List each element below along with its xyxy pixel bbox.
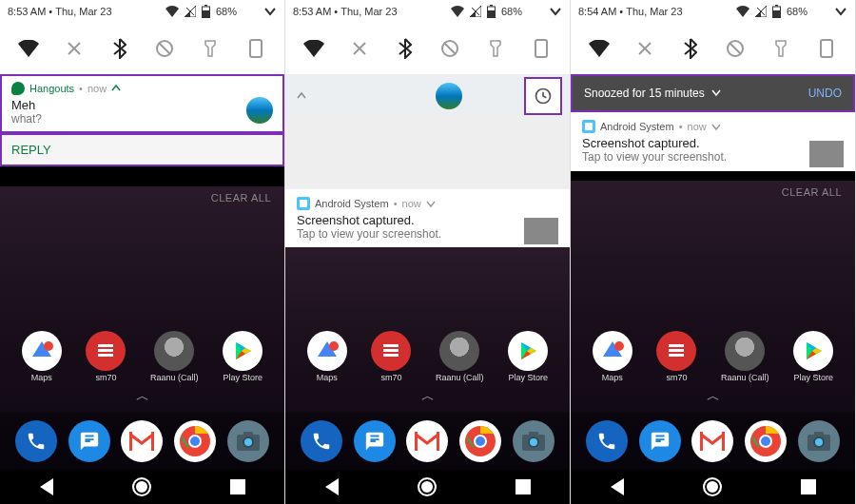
qs-dnd-icon[interactable] <box>154 38 175 59</box>
qs-rotate-icon[interactable] <box>531 38 552 59</box>
undo-button[interactable]: UNDO <box>808 87 842 100</box>
reply-button[interactable]: REPLY <box>0 133 284 166</box>
app-sm70[interactable]: sm70 <box>86 331 126 382</box>
qs-flashlight-icon[interactable] <box>200 38 221 59</box>
home-apps-row: Maps sm70 Raanu (Call) Play Store <box>571 331 855 382</box>
qs-bluetooth-icon[interactable] <box>680 38 701 59</box>
snooze-button[interactable] <box>524 77 562 115</box>
battery-icon <box>487 5 496 18</box>
hangouts-notification[interactable]: Hangouts • now Meh what? <box>0 74 284 133</box>
app-contact[interactable]: Raanu (Call) <box>150 331 199 382</box>
nav-home[interactable] <box>132 477 151 496</box>
app-sm70[interactable]: sm70 <box>656 331 696 382</box>
notif-body: Tap to view your screenshot. <box>297 227 558 241</box>
app-sm70[interactable]: sm70 <box>371 331 411 382</box>
qs-dnd-icon[interactable] <box>439 38 460 59</box>
nav-recent[interactable] <box>516 479 531 494</box>
settings-icon[interactable] <box>813 4 828 19</box>
expand-icon[interactable] <box>711 122 721 131</box>
settings-icon[interactable] <box>528 4 543 19</box>
qs-wifi-icon[interactable] <box>303 38 324 59</box>
dock-gmail[interactable] <box>406 420 448 462</box>
app-drawer-handle[interactable]: ︿ <box>0 388 284 405</box>
qs-wifi-icon[interactable] <box>18 38 39 59</box>
clock: 8:53 AM <box>8 6 46 17</box>
app-contact[interactable]: Raanu (Call) <box>721 331 769 382</box>
qs-bluetooth-icon[interactable] <box>395 38 416 59</box>
collapse-icon[interactable] <box>297 91 306 101</box>
wifi-icon <box>165 6 179 17</box>
qs-rotate-icon[interactable] <box>245 38 266 59</box>
snooze-duration-picker[interactable] <box>711 87 721 100</box>
date: Thu, Mar 23 <box>55 6 111 17</box>
qs-cell-icon[interactable] <box>634 38 655 59</box>
nav-back[interactable] <box>611 478 624 495</box>
svg-rect-40 <box>383 344 399 347</box>
settings-icon[interactable] <box>243 4 258 19</box>
collapse-icon[interactable] <box>111 84 121 93</box>
screenshot-panel-3: 8:54 AM • Thu, Mar 23 68% Snoozed for 15… <box>571 0 856 504</box>
svg-rect-76 <box>700 432 703 451</box>
dock-camera[interactable] <box>227 420 269 462</box>
dock-chrome[interactable] <box>174 420 216 462</box>
qs-rotate-icon[interactable] <box>816 38 837 59</box>
expand-icon[interactable] <box>834 5 847 18</box>
qs-flashlight-icon[interactable] <box>770 38 791 59</box>
qs-cell-icon[interactable] <box>349 38 370 59</box>
dock-messages[interactable] <box>354 420 396 462</box>
app-playstore[interactable]: Play Store <box>223 331 263 382</box>
dock-camera[interactable] <box>798 420 840 462</box>
qs-bluetooth-icon[interactable] <box>109 38 130 59</box>
nav-recent[interactable] <box>801 479 816 494</box>
nav-back[interactable] <box>325 478 339 495</box>
qs-cell-icon[interactable] <box>64 38 85 59</box>
dock-chrome[interactable] <box>459 420 501 462</box>
dock-gmail[interactable] <box>121 420 163 462</box>
dock-chrome[interactable] <box>745 420 787 462</box>
notif-settings-button[interactable] <box>478 77 516 115</box>
dock-gmail[interactable] <box>691 420 733 462</box>
app-maps[interactable]: Maps <box>307 331 347 382</box>
svg-rect-42 <box>383 354 399 357</box>
home-apps-row: Maps sm70 Raanu (Call) Play Store <box>285 331 570 382</box>
statusbar: 8:54 AM • Thu, Mar 23 68% <box>571 0 855 23</box>
svg-rect-77 <box>722 432 725 451</box>
notif-title: Screenshot captured. <box>582 136 844 150</box>
clear-all-button[interactable]: CLEAR ALL <box>211 192 271 204</box>
screenshot-notification[interactable]: Android System • now Screenshot captured… <box>285 188 570 248</box>
nav-recent[interactable] <box>230 479 245 494</box>
svg-line-35 <box>444 43 456 54</box>
qs-wifi-icon[interactable] <box>589 38 610 59</box>
clear-all-button[interactable]: CLEAR ALL <box>782 186 842 198</box>
expand-icon[interactable] <box>549 5 562 18</box>
app-drawer-handle[interactable]: ︿ <box>571 388 855 405</box>
date: Thu, Mar 23 <box>340 6 397 17</box>
dock-phone[interactable] <box>15 420 57 462</box>
screenshot-thumbnail <box>809 141 844 167</box>
dock-camera[interactable] <box>513 420 554 462</box>
app-drawer-handle[interactable]: ︿ <box>285 388 570 405</box>
app-contact[interactable]: Raanu (Call) <box>436 331 484 382</box>
battery-icon <box>772 5 781 18</box>
svg-rect-25 <box>243 432 253 436</box>
android-system-icon <box>582 120 595 133</box>
notif-app-name: Android System <box>600 121 674 132</box>
expand-icon[interactable] <box>426 199 436 208</box>
dock-phone[interactable] <box>301 420 342 462</box>
app-maps[interactable]: Maps <box>593 331 632 382</box>
app-playstore[interactable]: Play Store <box>793 331 833 382</box>
nav-back[interactable] <box>40 478 53 495</box>
qs-dnd-icon[interactable] <box>725 38 746 59</box>
dock-messages[interactable] <box>639 420 681 462</box>
nav-home[interactable] <box>418 477 437 496</box>
app-maps[interactable]: Maps <box>22 331 62 382</box>
signal-icon <box>185 6 196 17</box>
dock-messages[interactable] <box>68 420 110 462</box>
nav-home[interactable] <box>703 477 722 496</box>
svg-rect-59 <box>775 5 778 7</box>
qs-flashlight-icon[interactable] <box>485 38 506 59</box>
app-playstore[interactable]: Play Store <box>508 331 548 382</box>
expand-icon[interactable] <box>263 5 277 18</box>
screenshot-notification[interactable]: Android System • now Screenshot captured… <box>571 112 855 171</box>
dock-phone[interactable] <box>586 420 628 462</box>
